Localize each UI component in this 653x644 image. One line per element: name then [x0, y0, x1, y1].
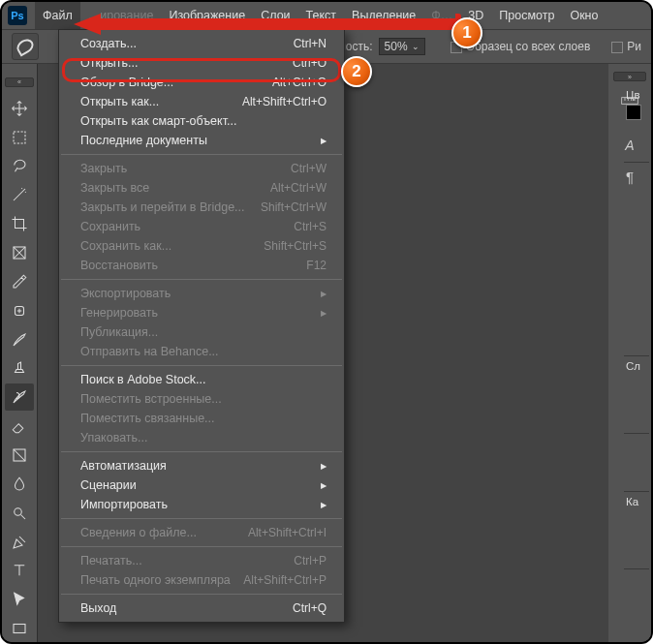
menu-view[interactable]: Просмотр [491, 2, 562, 29]
brush-tool[interactable] [5, 326, 34, 353]
menu-item-отправить-на-behance-: Отправить на Behance... [59, 342, 344, 361]
clone-stamp-tool[interactable] [5, 355, 34, 383]
rectangle-tool[interactable] [5, 615, 34, 642]
crop-tool[interactable] [5, 210, 34, 237]
menu-item-печатать-: Печатать...Ctrl+P [59, 551, 344, 570]
magic-wand-tool[interactable] [5, 181, 34, 208]
color-swatch[interactable] [626, 105, 641, 120]
annotation-arrow [74, 14, 461, 35]
menu-separator [61, 546, 342, 547]
menu-item-shortcut: Alt+Shift+Ctrl+P [243, 573, 326, 587]
brush-preset-chip[interactable] [12, 33, 39, 60]
menu-item-label: Печатать... [80, 554, 142, 567]
menu-item-импортировать[interactable]: Импортировать [59, 495, 344, 514]
menu-item-label: Автоматизация [80, 459, 167, 473]
menu-item-label: Отправить на Behance... [80, 345, 219, 358]
menu-item-создать-[interactable]: Создать...Ctrl+N [59, 34, 344, 53]
eyedropper-tool[interactable] [5, 268, 34, 295]
menu-item-shortcut: Shift+Ctrl+W [261, 200, 326, 214]
menu-item-shortcut: F12 [306, 259, 326, 272]
menu-item-shortcut: Alt+Ctrl+W [270, 181, 326, 195]
menu-item-label: Сохранить [80, 220, 140, 233]
dodge-tool[interactable] [5, 500, 34, 527]
menu-separator [61, 365, 342, 366]
menu-item-label: Открыть как... [80, 95, 159, 108]
toolbar: « [2, 64, 37, 642]
menu-item-закрыть-все: Закрыть всеAlt+Ctrl+W [59, 178, 344, 198]
toolbar-collapse-icon[interactable]: « [5, 77, 34, 87]
sample-all-layers-label: Образец со всех слоев [466, 40, 591, 53]
file-menu-dropdown: Создать...Ctrl+NОткрыть...Ctrl+OОбзор в … [58, 29, 345, 623]
opacity-value[interactable]: 50%⌄ [379, 38, 425, 55]
menu-item-shortcut: Ctrl+S [294, 220, 326, 233]
menu-item-упаковать-: Упаковать... [59, 428, 344, 447]
app-logo: Ps [8, 6, 27, 25]
type-tool[interactable] [5, 557, 34, 584]
menu-item-label: Сохранить как... [80, 239, 171, 253]
healing-brush-tool[interactable] [5, 297, 34, 324]
menu-item-shortcut: Ctrl+Q [293, 601, 326, 615]
menu-item-label: Закрыть и перейти в Bridge... [80, 200, 245, 214]
menu-item-поиск-в-adobe-stock-[interactable]: Поиск в Adobe Stock... [59, 370, 344, 389]
blur-tool[interactable] [5, 471, 34, 498]
gradient-tool[interactable] [5, 442, 34, 469]
menu-item-shortcut: Shift+Ctrl+S [264, 239, 326, 253]
menu-item-label: Обзор в Bridge... [80, 76, 173, 89]
menu-item-label: Упаковать... [80, 431, 148, 445]
menu-item-последние-документы[interactable]: Последние документы [59, 131, 344, 150]
menu-item-label: Закрыть [80, 162, 127, 175]
menu-item-открыть-как-смарт-объект-[interactable]: Открыть как смарт-объект... [59, 111, 344, 131]
path-select-tool[interactable] [5, 586, 34, 613]
menu-item-label: Публикация... [80, 325, 158, 339]
pen-tool[interactable] [5, 529, 34, 556]
marquee-tool[interactable] [5, 124, 34, 151]
menu-item-label: Последние документы [80, 134, 207, 147]
menu-separator [61, 451, 342, 452]
menu-item-shortcut: Ctrl+O [293, 56, 326, 70]
annotation-badge-2: 2 [341, 56, 372, 87]
right-option-checkbox[interactable]: Ри [611, 40, 641, 53]
menu-item-поместить-связанные-: Поместить связанные... [59, 409, 344, 428]
history-brush-tool[interactable] [5, 383, 34, 411]
menu-item-обзор-в-bridge-[interactable]: Обзор в Bridge...Alt+Ctrl+O [59, 73, 344, 92]
menu-separator [61, 594, 342, 595]
menu-item-открыть-как-[interactable]: Открыть как...Alt+Shift+Ctrl+O [59, 92, 344, 111]
menu-item-открыть-[interactable]: Открыть...Ctrl+O [59, 53, 344, 73]
eraser-tool[interactable] [5, 413, 34, 440]
svg-rect-5 [14, 625, 25, 633]
menu-item-экспортировать: Экспортировать [59, 284, 344, 303]
chevron-down-icon: ⌄ [412, 42, 420, 51]
menu-item-label: Печать одного экземпляра [80, 573, 231, 587]
menu-item-shortcut: Alt+Ctrl+O [272, 76, 326, 89]
lasso-tool[interactable] [5, 153, 34, 180]
menu-item-label: Экспортировать [80, 287, 171, 300]
svg-point-4 [15, 507, 22, 515]
menu-item-сценарии[interactable]: Сценарии [59, 475, 344, 495]
menu-separator [61, 279, 342, 280]
menu-window[interactable]: Окно [562, 2, 606, 29]
menu-item-поместить-встроенные-: Поместить встроенные... [59, 389, 344, 409]
menu-item-shortcut: Alt+Shift+Ctrl+O [242, 95, 326, 108]
menu-item-печать-одного-экземпляра: Печать одного экземпляраAlt+Shift+Ctrl+P [59, 570, 344, 590]
menu-item-сохранить-как-: Сохранить как...Shift+Ctrl+S [59, 236, 344, 256]
svg-rect-0 [14, 132, 25, 143]
rightcol-collapse-icon[interactable]: » [613, 72, 646, 81]
menu-item-публикация-: Публикация... [59, 322, 344, 342]
brush-icon [15, 36, 37, 56]
menu-item-восстановить: ВосстановитьF12 [59, 256, 344, 275]
panel-channels-tab[interactable]: Ка [626, 496, 638, 507]
menu-item-сведения-о-файле-: Сведения о файле...Alt+Shift+Ctrl+I [59, 523, 344, 542]
move-tool[interactable] [5, 95, 34, 122]
annotation-badge-1: 1 [451, 17, 482, 48]
menu-item-закрыть: ЗакрытьCtrl+W [59, 159, 344, 178]
menu-item-label: Сведения о файле... [80, 526, 197, 539]
menu-item-выход[interactable]: ВыходCtrl+Q [59, 598, 344, 618]
panel-color-tab[interactable]: Цв [626, 89, 640, 101]
menu-item-shortcut: Ctrl+P [294, 554, 326, 567]
menu-item-label: Поместить связанные... [80, 412, 215, 425]
frame-tool[interactable] [5, 239, 34, 266]
menu-item-генерировать: Генерировать [59, 303, 344, 322]
menu-item-автоматизация[interactable]: Автоматизация [59, 456, 344, 475]
panel-layers-tab[interactable]: Сл [626, 360, 640, 372]
menu-item-shortcut: Ctrl+N [294, 37, 326, 50]
